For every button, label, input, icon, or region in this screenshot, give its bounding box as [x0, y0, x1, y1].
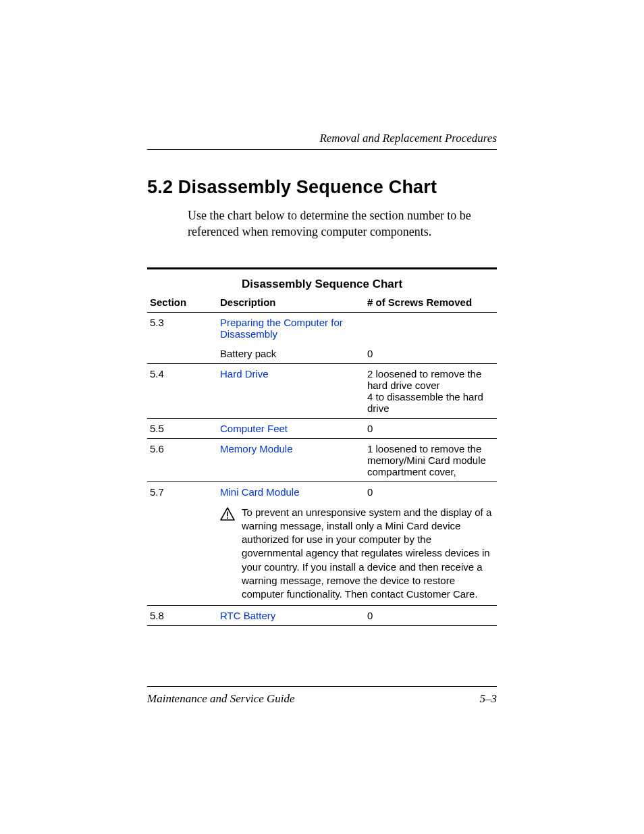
intro-paragraph: Use the chart below to determine the sec… — [188, 207, 497, 240]
cell-description: Computer Feet — [217, 418, 365, 438]
footer-right: 5–3 — [480, 692, 498, 706]
link-hard-drive[interactable]: Hard Drive — [220, 368, 269, 380]
table-row: Battery pack 0 — [147, 344, 497, 364]
cell-section: 5.7 — [147, 481, 217, 502]
cell-screws: 0 — [365, 481, 497, 502]
table-row: 5.7 Mini Card Module 0 — [147, 481, 497, 502]
col-header-screws: # of Screws Removed — [365, 294, 497, 313]
footer-left: Maintenance and Service Guide — [147, 692, 295, 706]
cell-description: RTC Battery — [217, 606, 365, 626]
cell-description: Preparing the Computer for Disassembly — [217, 312, 365, 344]
cell-screws — [365, 312, 497, 344]
link-computer-feet[interactable]: Computer Feet — [220, 423, 288, 434]
running-head: Removal and Replacement Procedures — [147, 132, 497, 150]
cell-screws: 0 — [365, 606, 497, 626]
svg-point-2 — [227, 517, 228, 518]
section-heading: 5.2 Disassembly Sequence Chart — [147, 177, 497, 198]
cell-description: Hard Drive — [217, 363, 365, 418]
disassembly-table: Section Description # of Screws Removed … — [147, 294, 497, 627]
cell-description: Battery pack — [217, 344, 365, 364]
cell-description: Mini Card Module — [217, 481, 365, 502]
cell-screws: 0 — [365, 418, 497, 438]
cell-screws: 2 loosened to remove the hard drive cove… — [365, 363, 497, 418]
link-preparing-computer[interactable]: Preparing the Computer for Disassembly — [220, 317, 343, 340]
screws-line: 4 to disassemble the hard drive — [367, 391, 494, 414]
cell-screws: 1 loosened to remove the memory/Mini Car… — [365, 438, 497, 481]
cell-section: 5.8 — [147, 606, 217, 626]
table-row: 5.6 Memory Module 1 loosened to remove t… — [147, 438, 497, 481]
table-row: 5.5 Computer Feet 0 — [147, 418, 497, 438]
cell-section: 5.5 — [147, 418, 217, 438]
link-rtc-battery[interactable]: RTC Battery — [220, 610, 275, 621]
cell-screws: 0 — [365, 344, 497, 364]
table-row: 5.8 RTC Battery 0 — [147, 606, 497, 626]
caution-text: To prevent an unresponsive system and th… — [242, 506, 494, 602]
caution-icon — [220, 507, 235, 523]
col-header-section: Section — [147, 294, 217, 313]
page-footer: Maintenance and Service Guide 5–3 — [147, 686, 497, 706]
link-mini-card-module[interactable]: Mini Card Module — [220, 486, 300, 498]
caution-cell: To prevent an unresponsive system and th… — [217, 502, 497, 606]
screws-line: 2 loosened to remove the hard drive cove… — [367, 368, 494, 391]
table-row: 5.3 Preparing the Computer for Disassemb… — [147, 312, 497, 344]
cell-section: 5.3 — [147, 312, 217, 344]
table-header-row: Section Description # of Screws Removed — [147, 294, 497, 313]
cell-section: 5.4 — [147, 363, 217, 418]
cell-description: Memory Module — [217, 438, 365, 481]
link-memory-module[interactable]: Memory Module — [220, 443, 293, 454]
table-row: To prevent an unresponsive system and th… — [147, 502, 497, 606]
table-title: Disassembly Sequence Chart — [147, 267, 497, 294]
table-row: 5.4 Hard Drive 2 loosened to remove the … — [147, 363, 497, 418]
cell-section: 5.6 — [147, 438, 217, 481]
col-header-description: Description — [217, 294, 365, 313]
page-body: Removal and Replacement Procedures 5.2 D… — [0, 0, 644, 626]
